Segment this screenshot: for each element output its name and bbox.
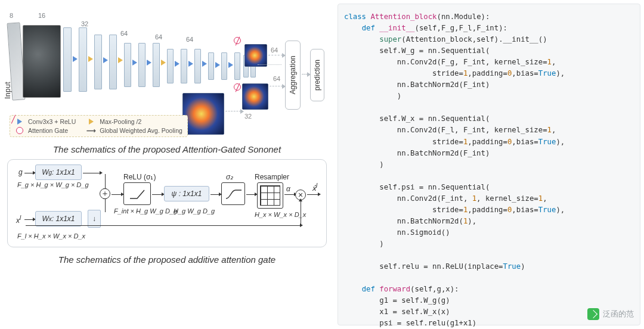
grid-icon xyxy=(260,185,280,206)
fg-label: F_g × H_g × W_g × D_g xyxy=(17,181,89,188)
wechat-icon xyxy=(587,308,599,320)
g-input: g xyxy=(18,168,23,176)
gate-caption: The schematics of the proposed additive … xyxy=(7,254,327,265)
fint-label: F_int × H_g W_g D_g xyxy=(114,207,177,215)
sononet-panel: Input 8 16 32 64 64 64 xyxy=(7,5,327,154)
attention-gate-diagram: g Wg: 1x1x1 F_g × H_g × W_g × D_g xl Wx:… xyxy=(7,159,327,247)
wg-box: Wg: 1x1x1 xyxy=(35,164,82,180)
arrow xyxy=(307,194,318,195)
aggregation-label: Aggregation xyxy=(289,56,297,95)
channel-label: 8 xyxy=(10,12,13,19)
arrow xyxy=(24,219,33,220)
arrow xyxy=(105,174,106,188)
conv-icon xyxy=(175,61,179,67)
attention-map xyxy=(182,93,224,135)
channel-32: 32 xyxy=(244,113,252,120)
sononet-caption: The schematics of the proposed Attention… xyxy=(7,144,327,154)
attention-gate-icon xyxy=(234,37,241,44)
conv-slab xyxy=(208,52,214,80)
arrow xyxy=(112,194,121,195)
fl-label: F_l × H_x × W_x × D_x xyxy=(17,232,85,240)
conv-icon xyxy=(103,57,108,63)
conv-slab xyxy=(124,43,131,87)
xl-input: xl xyxy=(16,215,21,225)
attention-gate-icon xyxy=(234,83,241,91)
maxpool-icon xyxy=(161,60,166,66)
conv-slab xyxy=(234,52,240,80)
add-op-icon: ＋ xyxy=(100,188,110,199)
relu-box xyxy=(123,182,151,205)
conv-slab xyxy=(167,49,174,83)
conv-icon xyxy=(188,61,193,67)
wx-box: Wx: 1x1x1 xyxy=(35,211,82,226)
legend-label: Global Weighted Avg. Pooling xyxy=(100,127,182,134)
relu-curve-icon xyxy=(129,188,147,201)
maxpool-icon xyxy=(118,57,123,63)
wg-text: Wg: 1x1x1 xyxy=(42,168,75,176)
legend-item: Attention Gate xyxy=(15,127,76,134)
channel-64: 64 xyxy=(273,75,280,82)
arrow xyxy=(302,74,308,75)
legend-item: ⟶Global Weighted Avg. Pooling xyxy=(86,127,182,134)
sigmoid-curve-icon xyxy=(225,188,243,201)
conv-slab xyxy=(221,52,227,80)
aggregation-box: Aggregation xyxy=(285,41,301,110)
arrow xyxy=(225,111,241,111)
skip-line xyxy=(26,225,300,226)
left-column: Input 8 16 32 64 64 64 xyxy=(0,0,334,329)
wx-text: Wx: 1x1x1 xyxy=(42,215,75,223)
channel-label: 16 xyxy=(38,12,45,19)
conv-slab xyxy=(194,49,201,83)
arrow xyxy=(210,194,219,195)
conv-icon xyxy=(132,60,137,66)
code-block: class Attention_block(nn.Module): def __… xyxy=(344,11,634,329)
conv-slab xyxy=(63,27,72,92)
legend-label: Attention Gate xyxy=(28,127,68,134)
sigma2-label: σ₂ xyxy=(226,173,233,181)
legend-item: Conv3x3 + ReLU xyxy=(15,118,76,125)
arrow xyxy=(83,173,100,173)
arrow xyxy=(284,194,294,195)
arrow xyxy=(301,201,301,225)
conv-slab xyxy=(94,35,102,89)
attention-map xyxy=(242,83,268,110)
resampler-box xyxy=(257,182,283,209)
legend: Conv3x3 + ReLU Max-Pooling /2 Attention … xyxy=(10,115,188,137)
feature-stages: 64 64 32 Aggregation prediction xyxy=(63,26,308,122)
channel-64: 64 xyxy=(271,46,278,54)
conv-slab xyxy=(109,35,117,89)
conv-icon xyxy=(215,62,220,68)
conv-slab xyxy=(138,43,145,87)
xhat-output: x̂l xyxy=(312,182,317,193)
arrow xyxy=(270,86,283,86)
legend-item: Max-Pooling /2 xyxy=(86,118,182,125)
arrow xyxy=(152,194,162,195)
watermark-text: 泛函的范 xyxy=(603,308,634,320)
conv-icon xyxy=(228,62,233,68)
right-column: class Attention_block(nn.Module): def __… xyxy=(334,0,644,329)
arrow xyxy=(246,194,255,195)
input-label: Input xyxy=(4,82,12,99)
connector xyxy=(258,64,281,65)
hgwgdg-label: H_g W_g D_g xyxy=(174,207,215,215)
arrow xyxy=(268,55,283,55)
legend-label: Max-Pooling /2 xyxy=(100,118,141,125)
conv-slab xyxy=(79,27,87,92)
sononet-diagram: Input 8 16 32 64 64 64 xyxy=(7,5,327,142)
psi-text: ψ : 1x1x1 xyxy=(172,190,202,198)
conv-icon xyxy=(202,61,207,67)
conv-slab xyxy=(181,49,187,83)
prediction-label: prediction xyxy=(313,60,321,91)
prediction-box: prediction xyxy=(310,49,324,101)
conv-icon xyxy=(73,56,78,62)
conv-slab xyxy=(153,43,160,87)
maxpool-icon xyxy=(88,56,93,62)
arrow xyxy=(24,173,33,173)
watermark: 泛函的范 xyxy=(587,308,634,320)
attention-map xyxy=(244,44,267,67)
arrow xyxy=(105,199,106,212)
code-panel: class Attention_block(nn.Module): def __… xyxy=(338,4,640,325)
hxwxdx-label: H_x × W_x × D_x xyxy=(255,211,306,218)
resampler-label: Resampler xyxy=(255,173,289,181)
input-image xyxy=(23,25,61,98)
